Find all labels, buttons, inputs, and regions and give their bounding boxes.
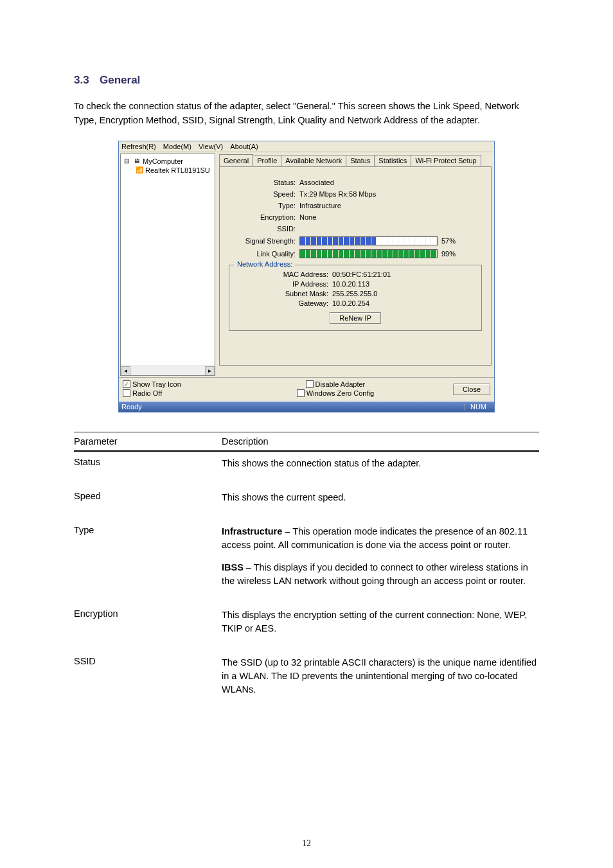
encryption-value: None xyxy=(299,213,482,221)
linkq-label: Link Quality: xyxy=(229,250,299,258)
computer-icon: 🖥 xyxy=(132,157,141,166)
section-title: General xyxy=(100,74,140,86)
mac-label: MAC Address: xyxy=(236,270,332,278)
scroll-track[interactable] xyxy=(130,366,205,375)
show-tray-checkbox[interactable]: ✓ xyxy=(123,380,130,388)
gateway-value: 10.0.20.254 xyxy=(332,299,369,307)
utility-window: Refresh(R) Mode(M) View(V) About(A) ⊟ 🖥 … xyxy=(118,141,495,412)
radio-off-label: Radio Off xyxy=(132,389,162,397)
disable-adapter-checkbox[interactable] xyxy=(306,380,314,388)
tab-general[interactable]: General xyxy=(219,154,253,166)
tree-root[interactable]: MyComputer xyxy=(143,157,183,165)
status-label: Status: xyxy=(229,179,299,186)
menu-view[interactable]: View(V) xyxy=(199,143,223,150)
table-row: Status This shows the connection status … xyxy=(74,451,539,484)
tab-wps[interactable]: Wi-Fi Protect Setup xyxy=(411,155,481,166)
menu-about[interactable]: About(A) xyxy=(230,143,258,150)
tree-scrollbar[interactable]: ◄ ► xyxy=(121,366,215,375)
type-label: Type: xyxy=(229,202,299,209)
signal-bar xyxy=(299,236,438,245)
desc-speed: This shows the current speed. xyxy=(222,491,539,504)
table-header-description: Description xyxy=(222,436,539,447)
close-button[interactable]: Close xyxy=(453,384,490,395)
desc-type-ibss: IBSS – This displays if you decided to c… xyxy=(222,561,539,588)
scroll-right-icon[interactable]: ► xyxy=(205,366,215,376)
param-status: Status xyxy=(74,457,222,467)
desc-status: This shows the connection status of the … xyxy=(222,457,539,470)
tab-statistics[interactable]: Statistics xyxy=(374,155,411,166)
statusbar-ready: Ready xyxy=(121,403,465,411)
signal-label: Signal Strength: xyxy=(229,237,299,245)
section-num: 3.3 xyxy=(74,74,100,87)
param-encryption: Encryption xyxy=(74,608,222,619)
renew-ip-button[interactable]: ReNew IP xyxy=(330,312,381,324)
intro-paragraph: To check the connection status of the ad… xyxy=(74,100,539,128)
param-type: Type xyxy=(74,525,222,535)
adapter-icon: 📶 xyxy=(135,166,144,175)
table-row: Speed This shows the current speed. xyxy=(74,484,539,518)
tree-child[interactable]: Realtek RTL8191SU xyxy=(145,166,210,174)
tab-status[interactable]: Status xyxy=(346,155,375,166)
menubar: Refresh(R) Mode(M) View(V) About(A) xyxy=(119,141,494,152)
wzc-label: Windows Zero Config xyxy=(306,389,374,397)
ip-value: 10.0.20.113 xyxy=(332,280,369,288)
network-address-group: Network Address: MAC Address:00:50:FC:61… xyxy=(229,265,482,331)
tab-content-general: Status:Associated Speed:Tx:29 Mbps Rx:58… xyxy=(219,166,492,366)
subnet-label: Subnet Mask: xyxy=(236,290,332,297)
ip-label: IP Address: xyxy=(236,280,332,288)
tab-profile[interactable]: Profile xyxy=(253,155,281,166)
show-tray-label: Show Tray Icon xyxy=(132,380,181,388)
table-row: SSID The SSID (up to 32 printable ASCII … xyxy=(74,650,539,696)
desc-ssid: The SSID (up to 32 printable ASCII chara… xyxy=(222,656,539,696)
table-row: Type Infrastructure – This operation mod… xyxy=(74,518,539,602)
tree-collapse-icon[interactable]: ⊟ xyxy=(122,157,131,166)
network-address-legend: Network Address: xyxy=(235,260,295,268)
param-ssid: SSID xyxy=(74,656,222,666)
statusbar: Ready NUM xyxy=(119,401,494,412)
parameter-table: Parameter Description Status This shows … xyxy=(74,432,539,696)
menu-mode[interactable]: Mode(M) xyxy=(163,143,191,150)
device-tree[interactable]: ⊟ 🖥 MyComputer 📶 Realtek RTL8191SU ◄ ► xyxy=(120,154,215,376)
tab-strip: General Profile Available Network Status… xyxy=(219,155,492,166)
encryption-label: Encryption: xyxy=(229,213,299,221)
table-row: Encryption This displays the encryption … xyxy=(74,602,539,650)
param-speed: Speed xyxy=(74,491,222,501)
tab-available-network[interactable]: Available Network xyxy=(281,155,346,166)
page-number: 12 xyxy=(0,838,613,849)
menu-refresh[interactable]: Refresh(R) xyxy=(121,143,156,150)
desc-encryption: This displays the encryption setting of … xyxy=(222,608,539,635)
status-value: Associated xyxy=(299,179,482,186)
signal-pct: 57% xyxy=(441,237,456,245)
type-value: Infrastructure xyxy=(299,202,482,209)
linkq-pct: 99% xyxy=(441,250,456,258)
radio-off-checkbox[interactable] xyxy=(123,389,130,397)
table-header-parameter: Parameter xyxy=(74,436,222,447)
section-heading: 3.3General xyxy=(74,74,539,87)
desc-type-infra: Infrastructure – This operation mode ind… xyxy=(222,525,539,552)
gateway-label: Gateway: xyxy=(236,299,332,307)
subnet-value: 255.255.255.0 xyxy=(332,290,377,297)
wzc-checkbox[interactable] xyxy=(297,389,305,397)
mac-value: 00:50:FC:61:21:01 xyxy=(332,270,391,278)
scroll-left-icon[interactable]: ◄ xyxy=(121,366,130,376)
statusbar-num: NUM xyxy=(465,403,492,411)
speed-label: Speed: xyxy=(229,190,299,198)
disable-adapter-label: Disable Adapter xyxy=(315,380,366,388)
ssid-label: SSID: xyxy=(229,225,299,233)
speed-value: Tx:29 Mbps Rx:58 Mbps xyxy=(299,190,482,198)
linkq-bar xyxy=(299,249,438,258)
